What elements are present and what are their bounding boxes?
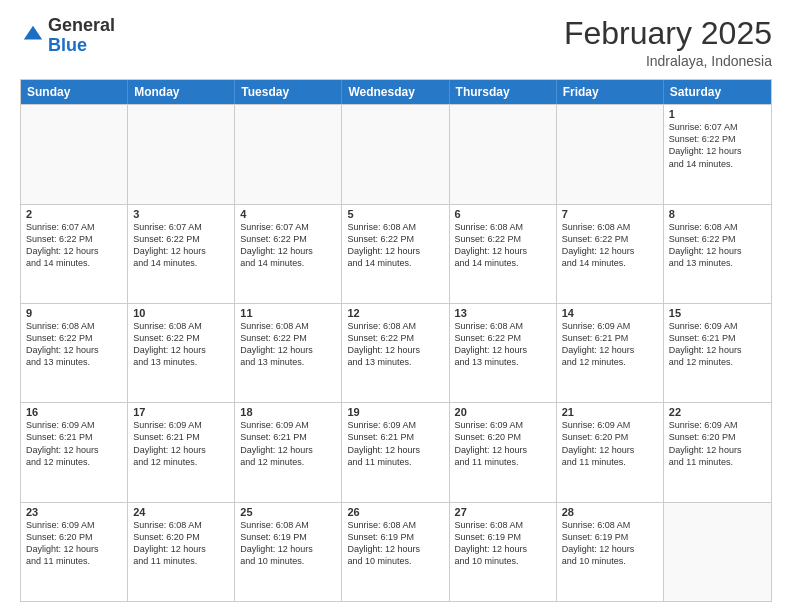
cell-info: Sunrise: 6:07 AM Sunset: 6:22 PM Dayligh… xyxy=(240,221,336,270)
calendar-cell: 9Sunrise: 6:08 AM Sunset: 6:22 PM Daylig… xyxy=(21,304,128,402)
calendar-row: 16Sunrise: 6:09 AM Sunset: 6:21 PM Dayli… xyxy=(21,402,771,501)
calendar-cell: 20Sunrise: 6:09 AM Sunset: 6:20 PM Dayli… xyxy=(450,403,557,501)
day-number: 11 xyxy=(240,307,336,319)
day-number: 15 xyxy=(669,307,766,319)
calendar-cell xyxy=(664,503,771,601)
calendar-cell: 7Sunrise: 6:08 AM Sunset: 6:22 PM Daylig… xyxy=(557,205,664,303)
calendar-cell: 14Sunrise: 6:09 AM Sunset: 6:21 PM Dayli… xyxy=(557,304,664,402)
day-number: 13 xyxy=(455,307,551,319)
day-number: 9 xyxy=(26,307,122,319)
calendar-cell: 22Sunrise: 6:09 AM Sunset: 6:20 PM Dayli… xyxy=(664,403,771,501)
cell-info: Sunrise: 6:08 AM Sunset: 6:22 PM Dayligh… xyxy=(347,221,443,270)
calendar-cell: 21Sunrise: 6:09 AM Sunset: 6:20 PM Dayli… xyxy=(557,403,664,501)
page: General Blue February 2025 Indralaya, In… xyxy=(0,0,792,612)
cell-info: Sunrise: 6:09 AM Sunset: 6:20 PM Dayligh… xyxy=(562,419,658,468)
calendar-cell: 23Sunrise: 6:09 AM Sunset: 6:20 PM Dayli… xyxy=(21,503,128,601)
svg-marker-0 xyxy=(24,26,42,40)
cell-info: Sunrise: 6:08 AM Sunset: 6:19 PM Dayligh… xyxy=(240,519,336,568)
day-number: 23 xyxy=(26,506,122,518)
day-number: 25 xyxy=(240,506,336,518)
header-day: Monday xyxy=(128,80,235,104)
cell-info: Sunrise: 6:08 AM Sunset: 6:22 PM Dayligh… xyxy=(26,320,122,369)
cell-info: Sunrise: 6:08 AM Sunset: 6:22 PM Dayligh… xyxy=(240,320,336,369)
cell-info: Sunrise: 6:07 AM Sunset: 6:22 PM Dayligh… xyxy=(133,221,229,270)
page-header: General Blue February 2025 Indralaya, In… xyxy=(20,16,772,69)
day-number: 1 xyxy=(669,108,766,120)
cell-info: Sunrise: 6:08 AM Sunset: 6:22 PM Dayligh… xyxy=(347,320,443,369)
logo-icon xyxy=(22,23,44,45)
header-day: Friday xyxy=(557,80,664,104)
cell-info: Sunrise: 6:09 AM Sunset: 6:21 PM Dayligh… xyxy=(347,419,443,468)
calendar: SundayMondayTuesdayWednesdayThursdayFrid… xyxy=(20,79,772,602)
title-block: February 2025 Indralaya, Indonesia xyxy=(564,16,772,69)
calendar-cell: 2Sunrise: 6:07 AM Sunset: 6:22 PM Daylig… xyxy=(21,205,128,303)
day-number: 4 xyxy=(240,208,336,220)
calendar-cell: 12Sunrise: 6:08 AM Sunset: 6:22 PM Dayli… xyxy=(342,304,449,402)
calendar-cell: 8Sunrise: 6:08 AM Sunset: 6:22 PM Daylig… xyxy=(664,205,771,303)
calendar-cell xyxy=(342,105,449,203)
cell-info: Sunrise: 6:08 AM Sunset: 6:22 PM Dayligh… xyxy=(669,221,766,270)
day-number: 3 xyxy=(133,208,229,220)
day-number: 10 xyxy=(133,307,229,319)
cell-info: Sunrise: 6:08 AM Sunset: 6:19 PM Dayligh… xyxy=(455,519,551,568)
day-number: 27 xyxy=(455,506,551,518)
header-day: Saturday xyxy=(664,80,771,104)
day-number: 8 xyxy=(669,208,766,220)
logo-blue: Blue xyxy=(48,35,87,55)
cell-info: Sunrise: 6:09 AM Sunset: 6:21 PM Dayligh… xyxy=(669,320,766,369)
day-number: 20 xyxy=(455,406,551,418)
header-day: Tuesday xyxy=(235,80,342,104)
logo-general: General xyxy=(48,15,115,35)
cell-info: Sunrise: 6:08 AM Sunset: 6:22 PM Dayligh… xyxy=(133,320,229,369)
calendar-cell: 19Sunrise: 6:09 AM Sunset: 6:21 PM Dayli… xyxy=(342,403,449,501)
day-number: 14 xyxy=(562,307,658,319)
cell-info: Sunrise: 6:08 AM Sunset: 6:19 PM Dayligh… xyxy=(562,519,658,568)
day-number: 6 xyxy=(455,208,551,220)
calendar-cell xyxy=(235,105,342,203)
calendar-cell: 27Sunrise: 6:08 AM Sunset: 6:19 PM Dayli… xyxy=(450,503,557,601)
calendar-cell: 10Sunrise: 6:08 AM Sunset: 6:22 PM Dayli… xyxy=(128,304,235,402)
cell-info: Sunrise: 6:07 AM Sunset: 6:22 PM Dayligh… xyxy=(669,121,766,170)
day-number: 22 xyxy=(669,406,766,418)
day-number: 16 xyxy=(26,406,122,418)
cell-info: Sunrise: 6:09 AM Sunset: 6:21 PM Dayligh… xyxy=(26,419,122,468)
day-number: 12 xyxy=(347,307,443,319)
header-day: Thursday xyxy=(450,80,557,104)
cell-info: Sunrise: 6:08 AM Sunset: 6:20 PM Dayligh… xyxy=(133,519,229,568)
calendar-cell xyxy=(450,105,557,203)
calendar-row: 23Sunrise: 6:09 AM Sunset: 6:20 PM Dayli… xyxy=(21,502,771,601)
day-number: 26 xyxy=(347,506,443,518)
calendar-header: SundayMondayTuesdayWednesdayThursdayFrid… xyxy=(21,80,771,104)
cell-info: Sunrise: 6:08 AM Sunset: 6:22 PM Dayligh… xyxy=(455,221,551,270)
cell-info: Sunrise: 6:07 AM Sunset: 6:22 PM Dayligh… xyxy=(26,221,122,270)
cell-info: Sunrise: 6:08 AM Sunset: 6:22 PM Dayligh… xyxy=(562,221,658,270)
day-number: 5 xyxy=(347,208,443,220)
cell-info: Sunrise: 6:09 AM Sunset: 6:20 PM Dayligh… xyxy=(669,419,766,468)
calendar-cell: 24Sunrise: 6:08 AM Sunset: 6:20 PM Dayli… xyxy=(128,503,235,601)
calendar-cell: 25Sunrise: 6:08 AM Sunset: 6:19 PM Dayli… xyxy=(235,503,342,601)
calendar-cell: 18Sunrise: 6:09 AM Sunset: 6:21 PM Dayli… xyxy=(235,403,342,501)
calendar-row: 2Sunrise: 6:07 AM Sunset: 6:22 PM Daylig… xyxy=(21,204,771,303)
day-number: 7 xyxy=(562,208,658,220)
day-number: 21 xyxy=(562,406,658,418)
calendar-cell: 11Sunrise: 6:08 AM Sunset: 6:22 PM Dayli… xyxy=(235,304,342,402)
calendar-cell: 3Sunrise: 6:07 AM Sunset: 6:22 PM Daylig… xyxy=(128,205,235,303)
calendar-cell: 26Sunrise: 6:08 AM Sunset: 6:19 PM Dayli… xyxy=(342,503,449,601)
day-number: 17 xyxy=(133,406,229,418)
day-number: 24 xyxy=(133,506,229,518)
calendar-cell: 5Sunrise: 6:08 AM Sunset: 6:22 PM Daylig… xyxy=(342,205,449,303)
cell-info: Sunrise: 6:09 AM Sunset: 6:20 PM Dayligh… xyxy=(455,419,551,468)
calendar-row: 9Sunrise: 6:08 AM Sunset: 6:22 PM Daylig… xyxy=(21,303,771,402)
calendar-cell xyxy=(21,105,128,203)
calendar-cell: 1Sunrise: 6:07 AM Sunset: 6:22 PM Daylig… xyxy=(664,105,771,203)
day-number: 19 xyxy=(347,406,443,418)
calendar-body: 1Sunrise: 6:07 AM Sunset: 6:22 PM Daylig… xyxy=(21,104,771,601)
cell-info: Sunrise: 6:09 AM Sunset: 6:20 PM Dayligh… xyxy=(26,519,122,568)
calendar-cell: 4Sunrise: 6:07 AM Sunset: 6:22 PM Daylig… xyxy=(235,205,342,303)
calendar-cell xyxy=(128,105,235,203)
calendar-cell: 15Sunrise: 6:09 AM Sunset: 6:21 PM Dayli… xyxy=(664,304,771,402)
month-title: February 2025 xyxy=(564,16,772,51)
cell-info: Sunrise: 6:08 AM Sunset: 6:19 PM Dayligh… xyxy=(347,519,443,568)
logo: General Blue xyxy=(20,16,115,56)
calendar-cell xyxy=(557,105,664,203)
